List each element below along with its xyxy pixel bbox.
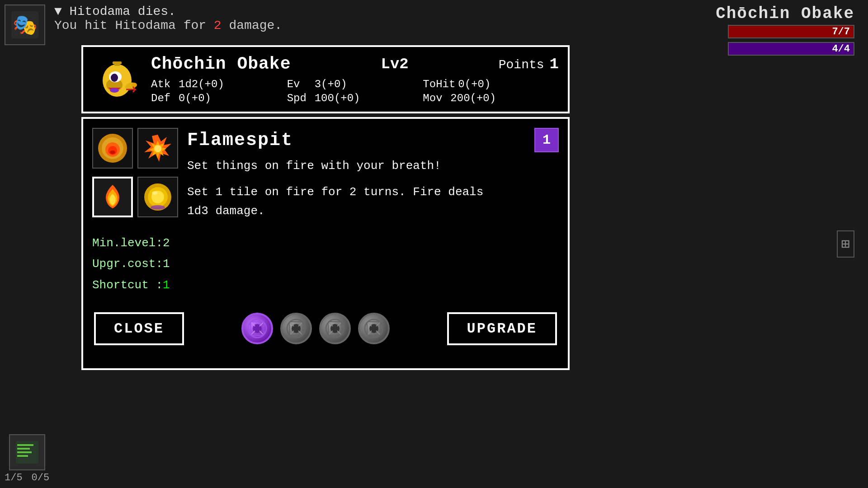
mov-value: 200(+0) xyxy=(450,92,496,104)
inventory-area: 1/5 0/5 xyxy=(5,434,49,483)
svg-point-21 xyxy=(152,191,157,195)
svg-point-5 xyxy=(111,74,118,82)
skill-icons-grid xyxy=(92,128,178,221)
svg-point-10 xyxy=(132,83,137,87)
svg-rect-37 xyxy=(17,444,33,446)
svg-point-23 xyxy=(151,205,165,210)
shortcut-value: 1 xyxy=(163,278,170,292)
inv-counter-2: 0/5 xyxy=(32,472,50,483)
upgr-cost: Upgr.cost:1 xyxy=(92,253,559,275)
min-level: Min.level:2 xyxy=(92,233,559,254)
stat-spd: Spd 100(+0) xyxy=(287,92,423,104)
skill-name-row: Flamespit 1 xyxy=(187,128,559,152)
stat-def: Def 0(+0) xyxy=(151,92,287,104)
top-right-info: Chōchin Obake 7/7 4/4 xyxy=(716,5,854,56)
def-value: 0(+0) xyxy=(179,92,211,104)
shortcut-label: Shortcut : xyxy=(92,278,163,292)
h-stats-rows: Atk 1d2(+0) Ev 3(+0) ToHit 0(+0) Def xyxy=(151,78,559,104)
combat-log-damage: 2 xyxy=(214,19,222,33)
stat-ev: Ev 3(+0) xyxy=(287,78,423,90)
stat-atk: Atk 1d2(+0) xyxy=(151,78,287,90)
char-sprite xyxy=(92,55,142,104)
spd-value: 100(+0) xyxy=(315,92,360,104)
spd-label: Spd xyxy=(287,92,312,104)
bottom-bar: CLOSE xyxy=(92,312,559,345)
skill-orb-4[interactable] xyxy=(358,313,390,344)
skill-top: Flamespit 1 Set things on fire with your… xyxy=(92,128,559,221)
main-panel: Chōchin Obake Lv2 Points 1 Atk 1d2(+0) E… xyxy=(81,45,570,370)
svg-point-16 xyxy=(154,145,161,152)
skill-orb-2[interactable] xyxy=(280,313,312,344)
header-name-row: Chōchin Obake Lv2 Points 1 xyxy=(151,54,559,74)
hp-bar: 7/7 xyxy=(728,25,854,38)
skill-orbs xyxy=(241,313,390,344)
tohit-value: 0(+0) xyxy=(458,78,491,90)
skill-panel: Flamespit 1 Set things on fire with your… xyxy=(81,117,570,370)
skill-icon-yellow-orb[interactable] xyxy=(137,177,178,217)
mp-text: 4/4 xyxy=(832,43,850,55)
atk-value: 1d2(+0) xyxy=(179,78,224,90)
char-name-top: Chōchin Obake xyxy=(716,5,854,23)
inventory-item-1[interactable] xyxy=(9,434,45,470)
svg-rect-38 xyxy=(17,448,30,450)
stat-tohit: ToHit 0(+0) xyxy=(423,78,559,90)
skill-meta: Min.level:2 Upgr.cost:1 Shortcut :1 xyxy=(92,233,559,296)
shortcut-row: Shortcut :1 xyxy=(92,275,559,296)
def-label: Def xyxy=(151,92,176,104)
char-name-panel: Chōchin Obake xyxy=(151,54,291,74)
tohit-label: ToHit xyxy=(423,78,455,90)
svg-rect-40 xyxy=(17,455,28,457)
close-button[interactable]: CLOSE xyxy=(94,312,184,345)
points-area: Points 1 xyxy=(499,56,559,73)
svg-text:🎭: 🎭 xyxy=(13,13,38,38)
inv-counter-1: 1/5 xyxy=(5,472,23,483)
points-label: Points xyxy=(499,58,544,72)
combat-log-line2-prefix: You hit Hitodama for xyxy=(54,19,214,33)
header-stats: Chōchin Obake Lv2 Points 1 Atk 1d2(+0) E… xyxy=(151,54,559,104)
right-icon[interactable]: ⊞ xyxy=(837,230,854,258)
combat-log: ▼ Hitodama dies. You hit Hitodama for 2 … xyxy=(54,5,282,33)
points-value: 1 xyxy=(550,56,559,73)
skill-desc-short: Set things on fire with your breath! xyxy=(187,158,559,174)
skill-info: Flamespit 1 Set things on fire with your… xyxy=(187,128,559,221)
skill-icon-fire-orb[interactable] xyxy=(92,128,133,169)
ev-label: Ev xyxy=(287,78,312,90)
skill-orb-3[interactable] xyxy=(319,313,351,344)
skill-orb-1[interactable] xyxy=(241,313,273,344)
combat-log-line1: ▼ Hitodama dies. xyxy=(54,5,176,19)
svg-point-15 xyxy=(110,150,115,154)
skill-name: Flamespit xyxy=(187,130,293,150)
skill-icon-flame-selected[interactable] xyxy=(92,177,133,217)
hp-text: 7/7 xyxy=(832,26,850,38)
upgrade-button[interactable]: UPGRADE xyxy=(447,312,557,345)
skill-level-badge: 1 xyxy=(534,128,559,152)
h-stats-row-2: Def 0(+0) Spd 100(+0) Mov 200(+0) xyxy=(151,92,559,104)
atk-label: Atk xyxy=(151,78,176,90)
char-level: Lv2 xyxy=(381,56,409,73)
mp-bar-container: 4/4 xyxy=(716,40,854,56)
hp-bar-container: 7/7 xyxy=(716,25,854,38)
svg-rect-8 xyxy=(113,61,122,64)
stats-panel: Chōchin Obake Lv2 Points 1 Atk 1d2(+0) E… xyxy=(81,45,570,113)
svg-rect-39 xyxy=(17,451,32,453)
skill-desc-long: Set 1 tile on fire for 2 turns. Fire dea… xyxy=(187,183,559,221)
combat-log-line2-suffix: damage. xyxy=(222,19,282,33)
skill-icon-fire-burst[interactable] xyxy=(137,128,178,169)
h-stats-row-1: Atk 1d2(+0) Ev 3(+0) ToHit 0(+0) xyxy=(151,78,559,90)
ev-value: 3(+0) xyxy=(315,78,347,90)
inventory-counters: 1/5 0/5 xyxy=(5,472,49,483)
mp-bar: 4/4 xyxy=(728,42,854,56)
avatar-small: 🎭 xyxy=(5,5,45,45)
mov-label: Mov xyxy=(423,92,448,104)
svg-point-6 xyxy=(110,88,119,93)
stat-mov: Mov 200(+0) xyxy=(423,92,559,104)
